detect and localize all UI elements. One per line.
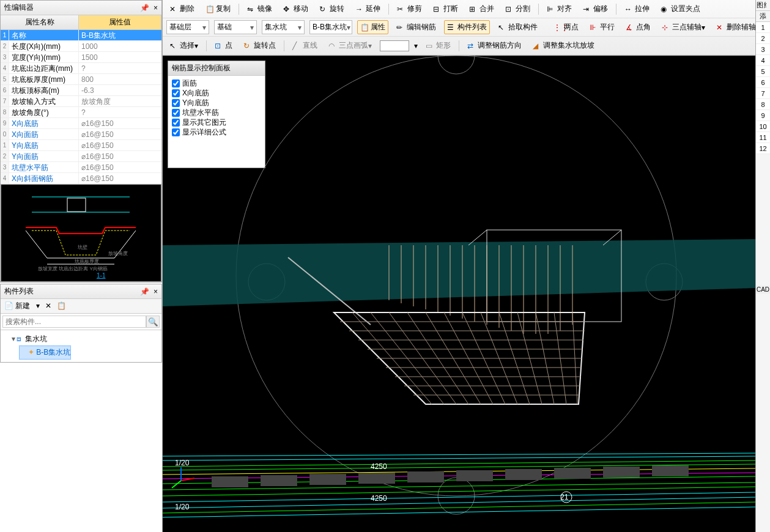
right-num-cell[interactable]: 12 [756, 143, 770, 154]
right-num-cell[interactable]: 5 [756, 66, 770, 77]
right-num-cell[interactable]: 1 [756, 22, 770, 33]
property-row[interactable]: 4坑底出边距离(mm)? [1, 63, 161, 74]
svg-rect-77 [554, 468, 591, 479]
svg-rect-2 [67, 198, 86, 212]
name-dropdown[interactable]: B-B集水坑▾ [309, 20, 352, 34]
component-list-title: 构件列表 [4, 286, 34, 297]
property-header-value: 属性值 [79, 15, 161, 29]
ribbon-btn-对齐[interactable]: ⊫对齐 [544, 2, 575, 16]
right-num-cell[interactable]: 4 [756, 55, 770, 66]
ribbon-btn-偏移[interactable]: ⇥偏移 [580, 2, 611, 16]
delete-axis-button[interactable]: ✕删除辅轴 [713, 20, 755, 34]
close-icon[interactable]: × [154, 287, 158, 296]
svg-rect-75 [456, 470, 493, 481]
copy-button[interactable]: 📋 [57, 301, 66, 310]
property-row[interactable]: 3宽度(Y向)(mm)1500 [1, 52, 161, 63]
component-tree[interactable]: ▾⧈ 集水坑 ✦ B-B集水坑 [1, 330, 161, 362]
property-row[interactable]: 1名称B-B集水坑 [1, 30, 161, 41]
ribbon-btn-复制[interactable]: 📋复制 [202, 2, 234, 16]
ribbon-btn-删除[interactable]: ✕删除 [166, 2, 198, 16]
svg-rect-79 [652, 465, 689, 476]
property-row[interactable]: 7放坡输入方式放坡角度 [1, 96, 161, 107]
search-input[interactable] [2, 316, 146, 328]
ribbon-btn-合并[interactable]: ⊞合并 [466, 2, 497, 16]
property-row[interactable]: 5坑底板厚度(mm)800 [1, 74, 161, 85]
svg-text:1/20: 1/20 [175, 503, 190, 511]
ribbon-btn-移动[interactable]: ✥移动 [280, 2, 311, 16]
arc-button[interactable]: ◠三点画弧 ▾ [325, 39, 375, 53]
component-search: 🔍 [1, 314, 161, 330]
property-row[interactable]: 4X向斜面钢筋⌀16@150 [1, 173, 161, 184]
right-num-cell[interactable]: 11 [756, 132, 770, 143]
ribbon-btn-延伸[interactable]: →延伸 [352, 2, 383, 16]
ribbon-btn-拉伸[interactable]: ↔拉伸 [621, 2, 653, 16]
svg-rect-78 [603, 467, 640, 478]
ribbon-btn-分割[interactable]: ⊡分割 [502, 2, 533, 16]
edit-rebar-button[interactable]: ✏编辑钢筋 [393, 20, 439, 34]
right-num-cell[interactable]: 3 [756, 44, 770, 55]
category-dropdown[interactable]: 基础 ▾ [214, 20, 257, 34]
svg-rect-71 [261, 475, 297, 486]
ribbon-btn-修剪[interactable]: ✂修剪 [394, 2, 425, 16]
property-row[interactable]: 8放坡角度(°)? [1, 107, 161, 118]
property-row[interactable]: 1Y向底筋⌀16@150 [1, 140, 161, 151]
svg-rect-73 [358, 473, 395, 484]
rect-button[interactable]: ▭矩形 [423, 39, 454, 53]
property-rows[interactable]: 1名称B-B集水坑2长度(X向)(mm)10003宽度(Y向)(mm)15004… [1, 30, 161, 184]
svg-rect-76 [505, 469, 542, 480]
property-editor-title-bar[interactable]: 性编辑器 📌 × [1, 1, 161, 15]
svg-point-9 [438, 56, 475, 74]
cad-label[interactable]: CAD [756, 286, 770, 294]
pick-component-button[interactable]: ↖拾取构件 [495, 20, 541, 34]
close-icon[interactable]: × [154, 4, 158, 12]
right-num-cell[interactable]: 6 [756, 77, 770, 88]
parallel-button[interactable]: ⊪平行 [587, 20, 618, 34]
property-preview[interactable]: 坑壁 坑底板厚度 放坡角度 放坡宽度 坑底出边距离 Y向钢筋 1-1 [1, 184, 161, 282]
point-angle-button[interactable]: ∡点角 [623, 20, 654, 34]
ribbon-btn-旋转[interactable]: ↻旋转 [316, 2, 347, 16]
layer-dropdown[interactable]: 基础层 ▾ [166, 20, 209, 34]
search-button[interactable]: 🔍 [146, 316, 160, 328]
component-list-button[interactable]: ☰构件列表 [444, 20, 490, 34]
fill-color-box[interactable] [380, 40, 409, 51]
right-tab-1[interactable]: 图纟 [756, 0, 770, 11]
pin-icon[interactable]: 📌 [140, 287, 149, 296]
property-row[interactable]: 2长度(X向)(mm)1000 [1, 41, 161, 52]
property-row[interactable]: 9X向底筋⌀16@150 [1, 118, 161, 129]
new-button[interactable]: 📄 新建 ▾ [4, 301, 40, 310]
two-point-button[interactable]: ⋮⋮两点 [550, 20, 582, 34]
type-dropdown[interactable]: 集水坑 ▾ [262, 20, 305, 34]
pin-icon[interactable]: 📌 [140, 4, 149, 12]
select-button[interactable]: ↖选择 ▾ [166, 39, 201, 53]
tree-node-child[interactable]: ✦ B-B集水坑 [19, 345, 71, 360]
viewport-3d[interactable]: 钢筋显示控制面板 面筋X向底筋Y向底筋坑壁水平筋显示其它图元显示详细公式 [163, 56, 755, 532]
point-button[interactable]: ⊡点 [212, 39, 235, 53]
svg-text:4250: 4250 [371, 494, 387, 503]
tree-node-root[interactable]: ▾⧈ 集水坑 [3, 333, 159, 345]
property-row[interactable]: 0X向面筋⌀16@150 [1, 129, 161, 140]
adjust-slope-button[interactable]: ◢调整集水坑放坡 [530, 39, 598, 53]
property-row[interactable]: 6坑板顶标高(m)-6.3 [1, 85, 161, 96]
component-list-title-bar[interactable]: 构件列表 📌 × [1, 284, 161, 299]
right-num-cell[interactable]: 10 [756, 121, 770, 132]
right-num-cell[interactable]: 7 [756, 88, 770, 99]
right-num-cell[interactable]: 9 [756, 110, 770, 121]
ribbon-row-draw: ↖选择 ▾ ⊡点 ↻旋转点 ╱直线 ◠三点画弧 ▾ ▾ ▭矩形 ⇄调整钢筋方向 … [163, 37, 755, 55]
property-row[interactable]: 3坑壁水平筋⌀16@150 [1, 162, 161, 173]
right-num-cell[interactable]: 8 [756, 99, 770, 110]
svg-text:4250: 4250 [371, 462, 387, 471]
ribbon-btn-设置夹点[interactable]: ◉设置夹点 [657, 2, 703, 16]
rotation-point-button[interactable]: ↻旋转点 [240, 39, 279, 53]
delete-button[interactable]: ✕ [45, 301, 51, 310]
line-button[interactable]: ╱直线 [289, 39, 320, 53]
ribbon-btn-镜像[interactable]: ⇋镜像 [244, 2, 275, 16]
right-num-cell[interactable]: 2 [756, 33, 770, 44]
three-point-axis-button[interactable]: ⊹三点辅轴 ▾ [659, 20, 708, 34]
adjust-rebar-dir-button[interactable]: ⇄调整钢筋方向 [464, 39, 525, 53]
attribute-button[interactable]: 📋属性 [357, 20, 388, 34]
property-row[interactable]: 2Y向面筋⌀16@150 [1, 151, 161, 162]
svg-line-64 [163, 482, 755, 490]
ribbon-btn-打断[interactable]: ⊟打断 [430, 2, 461, 16]
ribbon: ✕删除📋复制⇋镜像✥移动↻旋转→延伸✂修剪⊟打断⊞合并⊡分割⊫对齐⇥偏移↔拉伸◉… [163, 0, 755, 56]
right-tab-2[interactable]: 添 [756, 11, 770, 22]
